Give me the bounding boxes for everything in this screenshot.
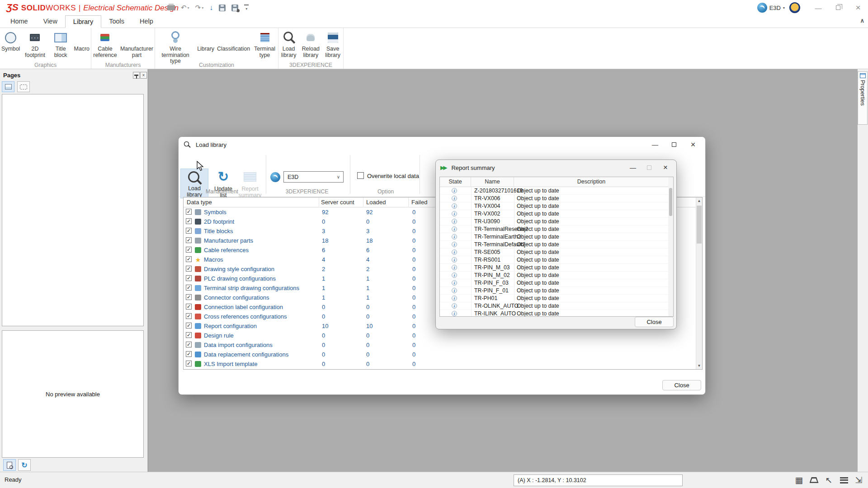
ribbon-button[interactable]: Symbol xyxy=(0,29,21,52)
row-checkbox[interactable]: ✓ xyxy=(186,294,192,300)
table-row[interactable]: i TR-SE005 Object up to date xyxy=(440,249,669,256)
undo-button[interactable]: ↶▾ xyxy=(181,4,189,12)
overwrite-checkbox[interactable] xyxy=(357,172,364,179)
ribbon-button[interactable]: Terminal type xyxy=(251,29,278,58)
row-checkbox[interactable]: ✓ xyxy=(186,237,192,243)
window-close-button[interactable]: × xyxy=(848,0,868,15)
ribbon-button[interactable]: Classification xyxy=(216,29,251,52)
redo-button[interactable]: ↷▾ xyxy=(195,4,204,12)
report-summary-close-button[interactable]: Close xyxy=(635,317,674,327)
table-row[interactable]: ✓ XLS Import template 0 0 0 xyxy=(184,359,697,369)
ribbon-button[interactable]: 2D footprint xyxy=(21,29,48,58)
ribbon-button[interactable]: Macro xyxy=(73,29,91,52)
print-button[interactable] xyxy=(167,5,175,10)
table-row[interactable]: i TR-PIN_F_03 Object up to date xyxy=(440,279,669,287)
menu-tab[interactable]: Home xyxy=(3,15,36,28)
refresh-preview-button[interactable]: ↻ xyxy=(18,459,31,471)
table-row[interactable]: i TR-U3090 Object up to date xyxy=(440,218,669,225)
dialog-maximize-button[interactable] xyxy=(665,138,684,151)
table-scrollbar[interactable] xyxy=(668,177,673,316)
save-button[interactable] xyxy=(219,5,226,11)
customize-quick-access-button[interactable]: ▾ xyxy=(244,5,249,11)
collapse-ribbon-icon[interactable]: ∧ xyxy=(860,17,864,24)
undo-dropdown-icon[interactable]: ▾ xyxy=(188,6,189,10)
dialog-close-button[interactable]: × xyxy=(657,161,674,174)
ribbon-button[interactable]: Reload library xyxy=(299,29,322,58)
menu-tab[interactable]: Help xyxy=(132,15,161,28)
row-checkbox[interactable]: ✓ xyxy=(186,313,192,319)
pages-outline-button[interactable] xyxy=(17,81,30,92)
ribbon-button[interactable]: Load library xyxy=(278,29,299,58)
table-row[interactable]: i TR-PIN_M_02 Object up to date xyxy=(440,272,669,279)
row-checkbox[interactable]: ✓ xyxy=(186,285,192,291)
dialog-maximize-button[interactable] xyxy=(641,161,657,174)
table-row[interactable]: i TR-RS001 Object up to date xyxy=(440,256,669,264)
pages-list[interactable] xyxy=(2,94,144,326)
row-checkbox[interactable]: ✓ xyxy=(186,266,192,272)
row-checkbox[interactable]: ✓ xyxy=(186,275,192,281)
row-checkbox[interactable]: ✓ xyxy=(186,323,192,328)
table-row[interactable]: i TR-OLINK_AUTO Object up to date xyxy=(440,302,669,310)
column-header-data-type[interactable]: Data type xyxy=(184,197,319,207)
line-weight-button[interactable] xyxy=(837,474,850,487)
table-row[interactable]: i TR-ILINK_AUTO Object up to date xyxy=(440,310,669,316)
pages-pin-button[interactable] xyxy=(133,72,140,79)
pages-view-button[interactable] xyxy=(2,81,14,92)
table-row[interactable]: ✓ Data replacement configurations 0 0 0 xyxy=(184,350,697,359)
table-row[interactable]: i TR-VX002 Object up to date xyxy=(440,210,669,218)
selection-mode-button[interactable]: ⇲ xyxy=(852,474,865,487)
pages-close-button[interactable]: × xyxy=(140,72,147,79)
dialog-minimize-button[interactable]: — xyxy=(646,138,665,151)
account-dropdown[interactable]: E3D ▾ xyxy=(757,3,785,13)
column-header-name[interactable]: Name xyxy=(471,177,514,187)
table-row[interactable]: ✓ Design rule 0 0 0 xyxy=(184,331,697,340)
dialog-minimize-button[interactable]: — xyxy=(625,161,641,174)
scrollbar-thumb[interactable] xyxy=(697,206,702,244)
properties-tab[interactable]: Properties xyxy=(858,71,868,125)
table-row[interactable]: i TR-TerminalReserve2 Object up to date xyxy=(440,225,669,233)
scroll-down-icon[interactable]: ▼ xyxy=(696,362,702,369)
grid-toggle-button[interactable]: ▦ xyxy=(793,474,806,487)
row-checkbox[interactable]: ✓ xyxy=(186,247,192,253)
table-row[interactable]: i TR-VX004 Object up to date xyxy=(440,202,669,210)
scale-toggle-button[interactable] xyxy=(807,474,821,487)
scroll-up-icon[interactable]: ▲ xyxy=(696,197,702,204)
row-checkbox[interactable]: ✓ xyxy=(186,332,192,338)
window-restore-button[interactable] xyxy=(828,0,848,15)
ribbon-button[interactable]: Cable reference xyxy=(91,29,119,58)
ribbon-button[interactable]: Wire termination type xyxy=(155,29,196,65)
save-options-button[interactable] xyxy=(231,5,238,11)
row-checkbox[interactable]: ✓ xyxy=(186,218,192,224)
ribbon-button[interactable]: Library xyxy=(196,29,216,52)
row-checkbox[interactable]: ✓ xyxy=(186,351,192,357)
table-row[interactable]: i Z-20180327101619 Object up to date xyxy=(440,187,669,195)
column-header-server-count[interactable]: Server count xyxy=(319,197,363,207)
table-row[interactable]: i TR-TerminalEarth2 Object up to date xyxy=(440,233,669,241)
row-checkbox[interactable]: ✓ xyxy=(186,361,192,366)
ribbon-button[interactable]: Manufacturer part xyxy=(119,29,155,58)
table-row[interactable]: i TR-PIN_F_01 Object up to date xyxy=(440,287,669,295)
dialog-close-button[interactable]: × xyxy=(684,138,703,151)
import-button[interactable]: ↓ xyxy=(209,4,213,12)
row-checkbox[interactable]: ✓ xyxy=(186,256,192,262)
table-row[interactable]: i TR-PIN_M_03 Object up to date xyxy=(440,264,669,272)
row-checkbox[interactable]: ✓ xyxy=(186,342,192,347)
table-row[interactable]: i TR-PH01 Object up to date xyxy=(440,295,669,302)
load-library-close-button[interactable]: Close xyxy=(662,380,701,390)
redo-dropdown-icon[interactable]: ▾ xyxy=(202,6,203,10)
menu-tab[interactable]: Library xyxy=(65,15,101,28)
window-minimize-button[interactable]: — xyxy=(808,0,828,15)
column-header-description[interactable]: Description xyxy=(514,177,669,187)
cursor-mode-button[interactable]: ↖ xyxy=(822,474,835,487)
row-checkbox[interactable]: ✓ xyxy=(186,228,192,234)
table-row[interactable]: ✓ xyxy=(184,369,697,370)
table-row[interactable]: i TR-TerminalDefault2 Object up to date xyxy=(440,241,669,249)
column-header-loaded[interactable]: Loaded xyxy=(363,197,409,207)
table-row[interactable]: ✓ Data import configurations 0 0 0 xyxy=(184,340,697,350)
menu-tab[interactable]: View xyxy=(36,15,65,28)
table-scrollbar[interactable]: ▲ ▼ xyxy=(696,197,702,369)
menu-tab[interactable]: Tools xyxy=(101,15,132,28)
avatar[interactable] xyxy=(789,2,800,13)
row-checkbox[interactable]: ✓ xyxy=(186,304,192,310)
row-checkbox[interactable]: ✓ xyxy=(186,209,192,215)
